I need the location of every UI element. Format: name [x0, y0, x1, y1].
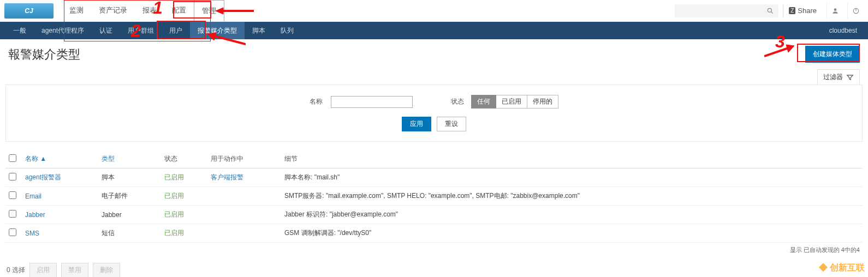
row-name[interactable]: Email [22, 187, 98, 206]
filter-status-label: 状态 [451, 97, 464, 106]
watermark: ◆ 创新互联 [819, 262, 865, 274]
filter-icon [846, 74, 854, 81]
filter-label: 过滤器 [823, 73, 843, 82]
row-status[interactable]: 已启用 [161, 206, 207, 224]
row-action [207, 224, 281, 243]
row-type: 电子邮件 [98, 187, 161, 206]
select-all-checkbox[interactable] [9, 154, 16, 162]
filter-panel: 名称 状态 任何 已启用 停用的 应用 重设 [5, 85, 863, 142]
svg-point-0 [768, 8, 772, 12]
row-type: 脚本 [98, 168, 161, 187]
filter-name-input[interactable] [331, 96, 413, 108]
table-row: SMS 短信 已启用 GSM 调制解调器: "/dev/ttyS0" [5, 224, 863, 243]
th-type[interactable]: 类型 [98, 150, 161, 168]
status-any[interactable]: 任何 [471, 95, 496, 109]
row-action [207, 206, 281, 224]
svg-point-2 [834, 8, 836, 11]
row-checkbox[interactable] [9, 210, 16, 218]
mediatype-table: 名称 ▲ 类型 状态 用于动作中 细节 agent报警器 脚本 已启用 客户端报… [5, 150, 863, 243]
row-status[interactable]: 已启用 [161, 168, 207, 187]
table-row: agent报警器 脚本 已启用 客户端报警 脚本名称: "mail.sh" [5, 168, 863, 187]
subnav-general[interactable]: 一般 [5, 22, 34, 39]
footer-actions: 0 选择 启用 禁用 删除 [0, 257, 868, 277]
table-row: Email 电子邮件 已启用 SMTP服务器: "mail.example.co… [5, 187, 863, 206]
row-action[interactable]: 客户端报警 [207, 168, 281, 187]
page-title: 報警媒介类型 [8, 46, 80, 63]
th-status: 状态 [161, 150, 207, 168]
row-status[interactable]: 已启用 [161, 187, 207, 206]
search-icon [766, 7, 774, 15]
th-detail: 细节 [281, 150, 863, 168]
row-type: Jabber [98, 206, 161, 224]
bulk-enable-button[interactable]: 启用 [29, 263, 57, 277]
pager-info: 显示 已自动发现的 4中的4 [0, 243, 868, 257]
table-row: Jabber Jabber 已启用 Jabber 标识符: "jabber@ex… [5, 206, 863, 224]
row-checkbox[interactable] [9, 191, 16, 199]
subnav-queue[interactable]: 队列 [273, 22, 301, 39]
filter-apply-button[interactable]: 应用 [402, 117, 431, 131]
selected-count: 0 选择 [7, 266, 25, 275]
share-button[interactable]: Z Share [783, 4, 822, 17]
row-detail: SMTP服务器: "mail.example.com", SMTP HELO: … [281, 187, 863, 206]
z-badge-icon: Z [789, 7, 795, 14]
row-name[interactable]: agent报警器 [22, 168, 98, 187]
top-right: Z Share [675, 3, 864, 19]
status-enabled[interactable]: 已启用 [496, 95, 527, 109]
bulk-delete-button[interactable]: 删除 [93, 263, 120, 277]
th-name[interactable]: 名称 ▲ [22, 150, 98, 168]
row-action [207, 187, 281, 206]
annotation-box-outer [64, 0, 211, 41]
row-detail: Jabber 标识符: "jabber@example.com" [281, 206, 863, 224]
row-detail: GSM 调制解调器: "/dev/ttyS0" [281, 224, 863, 243]
subnav-username[interactable]: cloudbest [829, 22, 863, 39]
logo: CJ [4, 3, 53, 19]
bulk-disable-button[interactable]: 禁用 [61, 263, 88, 277]
filter-tab-row: 过滤器 [0, 69, 868, 85]
filter-toggle[interactable]: 过滤器 [817, 69, 860, 85]
share-label: Share [798, 7, 817, 15]
row-checkbox[interactable] [9, 173, 16, 180]
row-checkbox[interactable] [9, 228, 16, 236]
filter-reset-button[interactable]: 重设 [437, 117, 466, 131]
subnav-scripts[interactable]: 脚本 [245, 22, 273, 39]
status-disabled[interactable]: 停用的 [527, 95, 558, 109]
row-name[interactable]: Jabber [22, 206, 98, 224]
page-header: 報警媒介类型 创建媒体类型 [0, 39, 868, 69]
row-detail: 脚本名称: "mail.sh" [281, 168, 863, 187]
table-wrapper: 名称 ▲ 类型 状态 用于动作中 细节 agent报警器 脚本 已启用 客户端报… [5, 150, 863, 243]
svg-line-1 [771, 11, 773, 13]
filter-name-label: 名称 [310, 97, 323, 106]
power-icon[interactable] [847, 3, 864, 19]
th-action: 用于动作中 [207, 150, 281, 168]
row-name[interactable]: SMS [22, 224, 98, 243]
user-icon[interactable] [827, 3, 843, 19]
row-type: 短信 [98, 224, 161, 243]
row-status[interactable]: 已启用 [161, 224, 207, 243]
search-box[interactable] [675, 4, 778, 17]
annotation-box-3 [797, 44, 860, 62]
